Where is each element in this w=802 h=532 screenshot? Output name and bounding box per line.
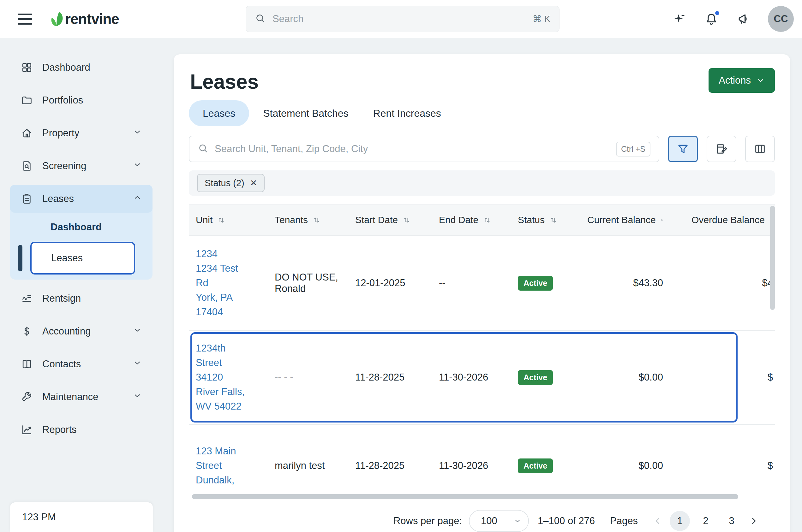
active-filters-strip: Status (2) ✕ xyxy=(189,170,775,196)
pagination-prev-button[interactable] xyxy=(649,512,667,530)
unit-link[interactable]: 1234thStreet34120River Falls,WV 54022 xyxy=(189,341,268,413)
chip-close-icon[interactable]: ✕ xyxy=(250,179,257,187)
overdue-balance-cell: $ xyxy=(672,372,775,383)
tab-leases[interactable]: Leases xyxy=(189,100,249,126)
sidebar-label: Property xyxy=(42,128,79,139)
sidebar-label: Maintenance xyxy=(42,391,98,403)
status-cell: Active xyxy=(511,276,580,291)
rows-per-page-value: 100 xyxy=(481,515,514,527)
column-label: Overdue Balance xyxy=(692,214,765,225)
chevron-up-icon xyxy=(133,193,142,205)
column-label: Start Date xyxy=(355,214,398,225)
start-date-cell: 12-01-2025 xyxy=(348,277,432,289)
table-search-input[interactable] xyxy=(214,143,610,155)
tenants-cell: DO NOT USE, Ronald xyxy=(268,272,348,294)
sidebar-sublabel: Dashboard xyxy=(51,222,102,233)
current-balance-cell: $43.30 xyxy=(580,277,672,289)
pagination-next-button[interactable] xyxy=(745,512,763,530)
column-header-start-date[interactable]: Start Date xyxy=(348,214,432,225)
tab-rent-increases[interactable]: Rent Increases xyxy=(363,108,452,119)
rentvine-logo[interactable]: rentvine xyxy=(49,10,119,28)
column-header-status[interactable]: Status xyxy=(511,214,580,225)
announcements-megaphone-button[interactable] xyxy=(736,11,751,27)
table-row-selected[interactable]: 1234thStreet34120River Falls,WV 54022 --… xyxy=(189,331,775,425)
funnel-icon xyxy=(677,142,689,155)
sidebar-item-contacts[interactable]: Contacts xyxy=(10,350,152,378)
sidebar-item-rentsign[interactable]: Rentsign xyxy=(10,285,152,312)
table-search-bar[interactable]: Ctrl +S xyxy=(189,136,659,162)
sidebar-subitem-leases-dashboard[interactable]: Dashboard xyxy=(10,215,152,239)
unit-link[interactable]: 123 MainStreetDundalk, xyxy=(189,444,268,488)
table-search-shortcut-hint: Ctrl +S xyxy=(616,142,651,156)
sidebar-item-maintenance[interactable]: Maintenance xyxy=(10,383,152,411)
actions-button[interactable]: Actions xyxy=(709,68,775,93)
page-title: Leases xyxy=(190,70,259,93)
global-search-input[interactable] xyxy=(272,13,526,25)
current-balance-cell: $0.00 xyxy=(580,372,672,383)
column-header-overdue-balance[interactable]: Overdue Balance xyxy=(672,214,775,225)
user-avatar[interactable]: CC xyxy=(768,6,794,32)
filter-button[interactable] xyxy=(668,136,698,162)
column-label: Tenants xyxy=(275,214,308,225)
vertical-scrollbar[interactable] xyxy=(770,206,775,310)
sidebar-subitem-leases-leases[interactable]: Leases xyxy=(30,242,135,274)
status-cell: Active xyxy=(511,370,580,385)
table-row[interactable]: 12341234 TestRdYork, PA17404 DO NOT USE,… xyxy=(189,236,775,331)
rows-per-page-select[interactable]: 100 xyxy=(469,510,529,532)
columns-button[interactable] xyxy=(745,136,775,162)
chip-label: Status (2) xyxy=(205,178,244,188)
chevron-down-icon xyxy=(133,326,142,337)
column-header-end-date[interactable]: End Date xyxy=(432,214,511,225)
status-badge: Active xyxy=(518,458,553,473)
horizontal-scrollbar[interactable] xyxy=(192,494,738,499)
sidebar-sublabel: Leases xyxy=(51,252,83,264)
column-header-tenants[interactable]: Tenants xyxy=(268,214,348,225)
column-label: Current Balance xyxy=(587,214,656,225)
column-label: Unit xyxy=(196,214,213,225)
actions-button-label: Actions xyxy=(719,75,751,86)
sort-icon xyxy=(312,216,321,224)
sidebar-nav: Dashboard Portfolios Property Screening … xyxy=(0,38,160,532)
sidebar-item-accounting[interactable]: Accounting xyxy=(10,318,152,345)
tab-statement-batches[interactable]: Statement Batches xyxy=(252,108,359,119)
header-actions: CC xyxy=(671,0,794,38)
column-label: End Date xyxy=(439,214,478,225)
leases-page-card: Leases Actions Leases Statement Batches … xyxy=(174,54,790,532)
pagination-page-3[interactable]: 3 xyxy=(722,511,742,531)
sidebar-item-portfolios[interactable]: Portfolios xyxy=(10,87,152,114)
sidebar-item-dashboard[interactable]: Dashboard xyxy=(10,54,152,81)
pagination-page-1[interactable]: 1 xyxy=(670,511,690,531)
status-filter-chip[interactable]: Status (2) ✕ xyxy=(197,174,265,192)
notifications-bell-button[interactable] xyxy=(704,11,719,27)
sidebar-item-reports[interactable]: Reports xyxy=(10,416,152,444)
tenants-cell: -- - - xyxy=(268,372,348,383)
column-header-unit[interactable]: Unit xyxy=(189,214,268,225)
pages-label: Pages xyxy=(610,515,638,527)
table-header-row: Unit Tenants Start Date End Date Status … xyxy=(189,204,775,236)
sidebar-label: Rentsign xyxy=(42,293,81,304)
pagination-bar: Rows per page: 100 1–100 of 276 Pages 1 … xyxy=(189,510,775,532)
sidebar-group-leases: Leases Dashboard Leases xyxy=(10,185,152,280)
tab-label: Leases xyxy=(203,108,235,119)
avatar-initials: CC xyxy=(774,13,788,25)
sidebar-item-screening[interactable]: Screening xyxy=(10,152,152,180)
tenants-cell: marilyn test xyxy=(268,460,348,471)
overdue-balance-cell: $ xyxy=(672,460,775,471)
table-row[interactable]: 123 MainStreetDundalk, marilyn test 11-2… xyxy=(189,425,775,492)
unit-link[interactable]: 12341234 TestRdYork, PA17404 xyxy=(189,247,268,319)
ai-sparkle-button[interactable] xyxy=(671,11,687,27)
pagination-page-2[interactable]: 2 xyxy=(696,511,716,531)
hamburger-menu-icon[interactable] xyxy=(18,14,32,25)
search-icon xyxy=(255,13,266,25)
end-date-cell: 11-30-2026 xyxy=(432,372,511,383)
rows-per-page-label: Rows per page: xyxy=(394,515,462,527)
sidebar-item-property[interactable]: Property xyxy=(10,119,152,147)
global-search-bar[interactable]: ⌘ K xyxy=(245,6,560,32)
column-label: Status xyxy=(518,214,545,225)
search-icon xyxy=(198,143,208,155)
bulk-edit-button[interactable] xyxy=(707,136,736,162)
sidebar-item-leases[interactable]: Leases xyxy=(10,185,152,213)
end-date-cell: -- xyxy=(432,277,511,289)
column-header-current-balance[interactable]: Current Balance xyxy=(580,214,672,225)
chevron-down-icon xyxy=(133,128,142,139)
